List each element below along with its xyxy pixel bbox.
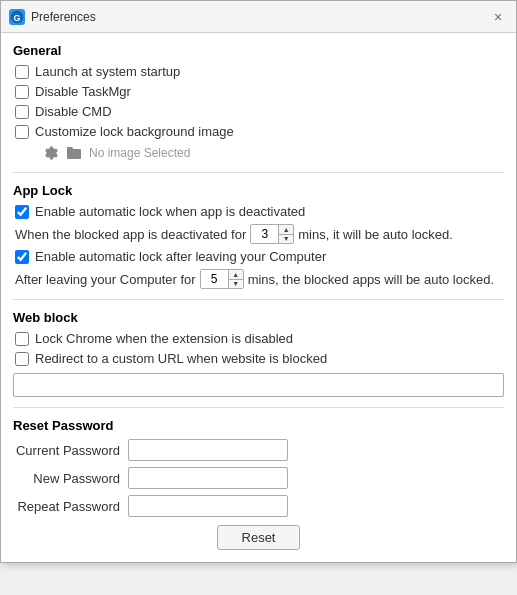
gear-icon[interactable] [41,144,59,162]
auto-lock-up[interactable]: ▲ [279,225,293,235]
content-area: General Launch at system startup Disable… [1,33,516,562]
app-lock-section-title: App Lock [13,183,504,198]
new-password-label: New Password [13,471,128,486]
divider-3 [13,407,504,408]
enable-auto-lock-checkbox[interactable] [15,205,29,219]
customize-bg-row: Customize lock background image [13,124,504,139]
window-title: Preferences [31,10,96,24]
new-password-row: New Password [13,467,504,489]
redirect-url-label: Redirect to a custom URL when website is… [35,351,327,366]
computer-lock-time-row: After leaving your Computer for ▲ ▼ mins… [13,269,504,289]
folder-icon[interactable] [65,144,83,162]
reset-password-form: Current Password New Password Repeat Pas… [13,439,504,550]
redirect-url-row: Redirect to a custom URL when website is… [13,351,504,366]
enable-computer-lock-label: Enable automatic lock after leaving your… [35,249,326,264]
lock-chrome-checkbox[interactable] [15,332,29,346]
enable-computer-lock-row: Enable automatic lock after leaving your… [13,249,504,264]
svg-text:G: G [13,13,20,23]
app-icon: G [9,9,25,25]
computer-lock-up[interactable]: ▲ [229,270,243,280]
auto-lock-text-2: mins, it will be auto locked. [298,227,453,242]
general-section-title: General [13,43,504,58]
divider-2 [13,299,504,300]
disable-cmd-row: Disable CMD [13,104,504,119]
customize-bg-label: Customize lock background image [35,124,234,139]
computer-lock-value[interactable] [201,270,229,288]
divider-1 [13,172,504,173]
auto-lock-time-row: When the blocked app is deactivated for … [13,224,504,244]
reset-password-section-title: Reset Password [13,418,504,433]
computer-lock-spinner[interactable]: ▲ ▼ [200,269,244,289]
auto-lock-spinner[interactable]: ▲ ▼ [250,224,294,244]
titlebar: G Preferences × [1,1,516,33]
lock-chrome-row: Lock Chrome when the extension is disabl… [13,331,504,346]
enable-auto-lock-row: Enable automatic lock when app is deacti… [13,204,504,219]
auto-lock-text-1: When the blocked app is deactivated for [15,227,246,242]
image-row: No image Selected [13,144,504,162]
launch-startup-checkbox[interactable] [15,65,29,79]
disable-taskmgr-checkbox[interactable] [15,85,29,99]
web-block-section-title: Web block [13,310,504,325]
disable-cmd-checkbox[interactable] [15,105,29,119]
new-password-input[interactable] [128,467,288,489]
launch-startup-label: Launch at system startup [35,64,180,79]
preferences-window: G Preferences × General Launch at system… [0,0,517,563]
customize-bg-checkbox[interactable] [15,125,29,139]
repeat-password-input[interactable] [128,495,288,517]
no-image-text: No image Selected [89,146,190,160]
launch-startup-row: Launch at system startup [13,64,504,79]
computer-lock-text-1: After leaving your Computer for [15,272,196,287]
enable-computer-lock-checkbox[interactable] [15,250,29,264]
computer-lock-arrows: ▲ ▼ [229,270,243,288]
repeat-password-row: Repeat Password [13,495,504,517]
computer-lock-down[interactable]: ▼ [229,280,243,289]
computer-lock-text-2: mins, the blocked apps will be auto lock… [248,272,494,287]
current-password-row: Current Password [13,439,504,461]
auto-lock-arrows: ▲ ▼ [279,225,293,243]
reset-button-row: Reset [13,525,504,550]
close-button[interactable]: × [488,7,508,27]
auto-lock-value[interactable] [251,225,279,243]
current-password-label: Current Password [13,443,128,458]
reset-button[interactable]: Reset [217,525,301,550]
disable-taskmgr-label: Disable TaskMgr [35,84,131,99]
titlebar-left: G Preferences [9,9,96,25]
redirect-url-checkbox[interactable] [15,352,29,366]
auto-lock-down[interactable]: ▼ [279,235,293,244]
current-password-input[interactable] [128,439,288,461]
lock-chrome-label: Lock Chrome when the extension is disabl… [35,331,293,346]
disable-cmd-label: Disable CMD [35,104,112,119]
repeat-password-label: Repeat Password [13,499,128,514]
enable-auto-lock-label: Enable automatic lock when app is deacti… [35,204,305,219]
custom-url-input[interactable] [13,373,504,397]
disable-taskmgr-row: Disable TaskMgr [13,84,504,99]
